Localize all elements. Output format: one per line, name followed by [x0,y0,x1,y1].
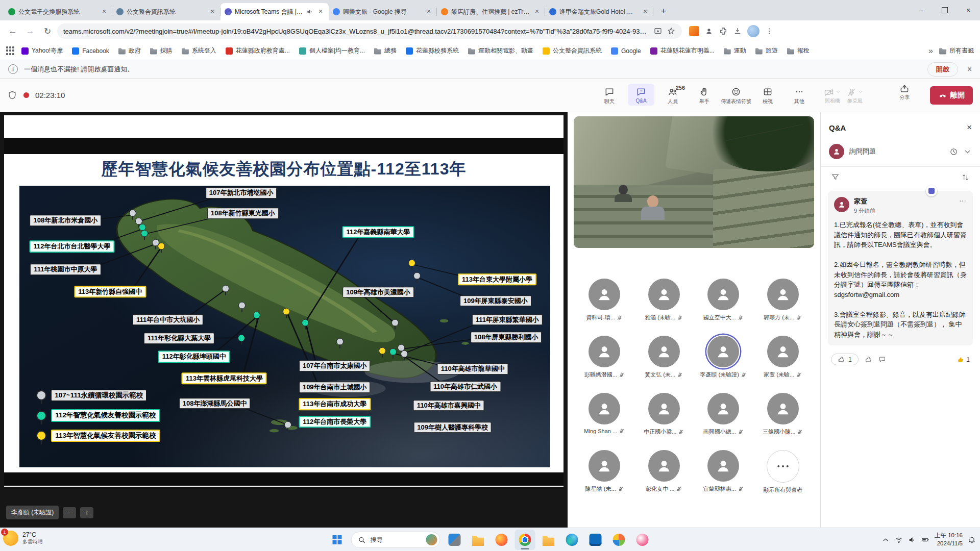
tab-audio-icon[interactable] [306,8,313,15]
maximize-button[interactable] [933,0,957,20]
volume-icon[interactable] [908,536,916,544]
bookmark-item[interactable]: 系統登入 [182,46,216,55]
close-window-button[interactable]: × [957,0,980,20]
speaker-video[interactable] [574,116,814,248]
bookmark-item[interactable]: 花蓮縣政府教育處... [226,46,290,55]
bookmark-item[interactable]: 花蓮縣花蓮市明義... [650,46,715,55]
show-all-participants[interactable]: 顯示所有與會者 [753,446,813,503]
bookmark-item[interactable]: 個人檔案|均一教育... [299,46,365,55]
participant-tile[interactable]: 三條國小陳... [753,389,813,446]
share-content-button[interactable]: 分享 [899,84,910,101]
bookmark-item[interactable]: 公文整合資訊系統 [543,46,602,55]
enable-notifications-button[interactable]: 開啟 [927,62,958,77]
participant-tile[interactable]: 南興國小總... [694,389,753,446]
chevron-down-icon[interactable] [963,147,972,156]
bookmark-item[interactable]: 採購 [150,46,173,55]
tab-close-icon[interactable]: × [100,8,108,16]
taskbar-app-photos[interactable] [609,530,629,550]
participant-tile[interactable]: 李彥頤 (未驗證) [694,332,753,389]
participant-tile[interactable]: Ming Shan ... [575,389,634,446]
participant-tile[interactable]: 家萱 (未驗... [753,332,813,389]
taskbar-app-file-explorer[interactable] [468,530,488,550]
forward-button[interactable]: → [22,23,38,39]
bookmark-item[interactable]: Facebook [72,47,109,55]
bookmarks-overflow-icon[interactable]: » [924,46,937,56]
extension-icon[interactable] [689,26,699,36]
browser-tab[interactable]: 公文電子交換服務系統× [4,3,112,20]
participant-tile[interactable]: 黃文弘 (未... [634,332,694,389]
tab-close-icon[interactable]: × [316,8,325,16]
participant-tile[interactable]: 宜蘭縣林惠... [694,446,753,503]
refresh-button[interactable]: ↻ [40,23,55,39]
browser-tab[interactable]: 公文整合資訊系統× [112,3,220,20]
browser-menu-icon[interactable] [765,27,774,36]
chevron-down-icon[interactable] [857,88,864,97]
bookmark-item[interactable]: Yahoo!奇摩 [21,46,63,55]
qa-close-icon[interactable]: × [967,122,972,133]
qa-ask-row[interactable]: 詢問問題 [821,139,980,167]
bookmark-item[interactable]: 運動相關電影、動畫 [468,46,533,55]
all-bookmarks-button[interactable]: 所有書籤 [939,46,974,55]
browser-tab[interactable]: 圓樂文旅 - Google 搜尋× [329,3,437,20]
bookmark-item[interactable]: 總務 [374,46,397,55]
downloads-icon[interactable] [733,27,742,36]
participant-tile[interactable]: 彰化女中 ... [634,446,694,503]
bookmark-item[interactable]: 花蓮縣校務系統 [406,46,459,55]
message-menu-icon[interactable] [959,197,967,205]
tab-close-icon[interactable]: × [208,8,216,16]
browser-tab[interactable]: 飯店訂房、住宿推薦 | ezTravel...× [437,3,545,20]
bookmark-star-icon[interactable] [667,27,676,36]
participant-tile[interactable]: 陳星皓 (未... [575,446,634,503]
bookmark-item[interactable]: 政府 [118,46,141,55]
taskbar-app-edge[interactable] [562,530,582,550]
bookmark-item[interactable]: Google [611,47,641,55]
taskbar-app-paint[interactable] [632,530,653,550]
install-app-icon[interactable] [653,27,663,36]
tab-close-icon[interactable]: × [641,8,649,16]
participant-tile[interactable]: 彭縣媽潛國... [575,332,634,389]
minimize-button[interactable]: – [910,0,933,20]
leave-meeting-button[interactable]: 離開 [930,86,973,105]
taskbar-search[interactable]: 搜尋 [351,532,440,548]
zoom-out-button[interactable]: − [63,507,76,518]
history-clock-icon[interactable] [949,147,958,156]
taskbar-clock[interactable]: 上午 10:16 2024/11/5 [935,532,963,547]
dismiss-notification-icon[interactable]: × [967,65,972,74]
back-button[interactable]: ← [5,23,20,39]
toolbar-people-button[interactable]: 256人員 [659,84,686,107]
tab-close-icon[interactable]: × [425,8,433,16]
toolbar-view-button[interactable]: 檢視 [754,84,781,107]
toolbar-chat-button[interactable]: 聊天 [596,84,623,107]
upvote-button[interactable]: 1 [831,354,859,365]
address-bar[interactable]: teams.microsoft.com/v2/?meetingjoin=true… [57,23,682,39]
chevron-down-icon[interactable] [835,88,841,97]
participant-tile[interactable]: 郭琮方 (未... [753,274,813,332]
browser-profile-avatar[interactable] [747,25,760,37]
camera-control[interactable]: 照相機 [823,84,842,107]
message-reaction-badge[interactable] [926,185,937,196]
reaction-summary[interactable]: 1 [957,356,970,363]
apps-grid-icon[interactable] [6,46,15,56]
toolbar-more-button[interactable]: 其他 [786,84,813,107]
participant-tile[interactable]: 國立空中大... [694,274,753,332]
reply-icon[interactable] [878,356,886,363]
taskbar-app-folder[interactable] [538,530,559,550]
new-tab-button[interactable]: + [656,5,671,19]
participant-tile[interactable]: 雅涵 (未驗... [634,274,694,332]
filter-icon[interactable] [831,173,840,182]
toolbar-qa-button[interactable]: ?Q&A [628,84,654,106]
sort-icon[interactable] [961,173,970,182]
toolbar-hand-button[interactable]: 舉手 [691,84,718,107]
taskbar-app-firefox[interactable] [492,530,512,550]
like-icon[interactable] [865,356,872,363]
extensions-puzzle-icon[interactable] [719,27,728,36]
browser-tab[interactable]: 逢甲金瑞文旅Gold Hotel 住宿...× [545,3,653,20]
mic-control[interactable]: 麥克風 [845,84,865,107]
participant-tile[interactable]: 資科司-環... [575,274,634,332]
tab-close-icon[interactable]: × [533,8,541,16]
profile-icon[interactable] [704,27,714,36]
notification-bell-icon[interactable] [968,536,976,544]
taskbar-app-chrome[interactable] [515,530,535,550]
battery-icon[interactable] [921,536,929,544]
participant-tile[interactable]: 中正國小梁... [634,389,694,446]
